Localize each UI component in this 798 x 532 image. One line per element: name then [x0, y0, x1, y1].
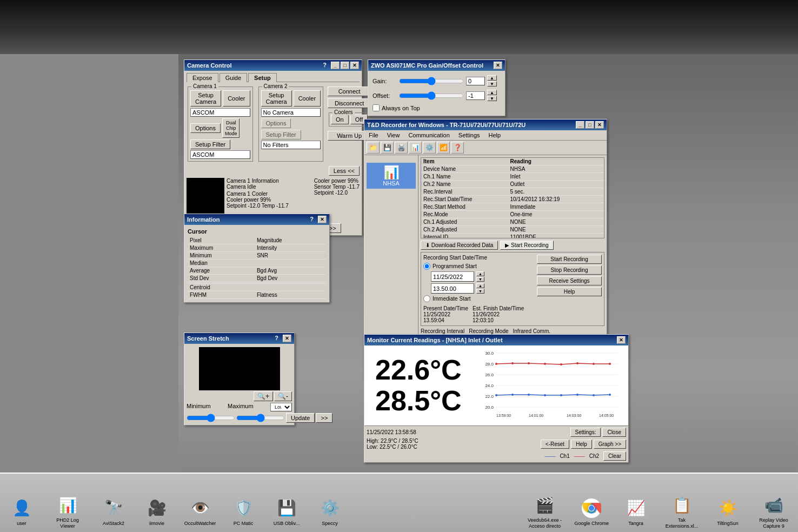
taskbar-icon-veedub[interactable]: 🎬 Veedub64.exe - Acceso directo	[526, 494, 563, 529]
menu-view[interactable]: View	[383, 131, 404, 139]
offset-up-btn[interactable]: ▲	[487, 90, 497, 95]
receive-settings-btn[interactable]: Receive Settings	[537, 276, 602, 285]
td-close-btn[interactable]: ✕	[595, 121, 604, 129]
taskbar-icon-tangra[interactable]: 📈 Tangra	[620, 497, 652, 527]
cooler2-btn[interactable]: Cooler	[294, 90, 321, 107]
setup-camera1-btn[interactable]: Setup Camera	[190, 90, 221, 107]
setup-camera2-btn[interactable]: Setup Camera	[261, 90, 292, 107]
menu-settings[interactable]: Settings	[454, 131, 484, 139]
offset-down-btn[interactable]: ▼	[487, 96, 497, 101]
dual-chip-btn[interactable]: DualChipMode	[222, 118, 240, 138]
taskbar-icon-pcmatic[interactable]: 🛡️ PC Matic	[227, 497, 260, 527]
camera-control-titlebar[interactable]: Camera Control ? _ □ ✕	[184, 60, 362, 71]
date-up-btn[interactable]: ▲	[476, 271, 484, 276]
gain-value[interactable]	[466, 77, 485, 85]
gain-up-btn[interactable]: ▲	[487, 75, 497, 81]
maximize-btn[interactable]: □	[341, 62, 349, 69]
filter2-input[interactable]	[261, 141, 321, 149]
min-slider[interactable]	[187, 414, 235, 422]
advance-btn[interactable]: >>	[316, 413, 332, 423]
menu-communication[interactable]: Communication	[404, 131, 454, 139]
coolers-on-btn[interactable]: On	[331, 115, 349, 124]
screen-stretch-titlebar[interactable]: Screen Stretch ? ✕	[184, 333, 294, 344]
offset-slider[interactable]	[399, 90, 464, 101]
ss-close-btn[interactable]: ✕	[283, 335, 291, 342]
toolbar-btn1[interactable]: 📁	[367, 142, 380, 154]
setup-filter1-btn[interactable]: Setup Filter	[190, 139, 230, 149]
setup-filter2-btn[interactable]: Setup Filter	[261, 130, 301, 139]
tab-setup[interactable]: Setup	[248, 73, 277, 82]
update-btn[interactable]: Update	[286, 413, 315, 423]
clear-btn[interactable]: Clear	[603, 451, 626, 461]
mr-close-btn[interactable]: ✕	[617, 336, 626, 344]
device-nhsa[interactable]: 📊 NHSA	[367, 163, 416, 189]
minimize-btn[interactable]: _	[331, 62, 340, 69]
tab-expose[interactable]: Expose	[187, 73, 218, 82]
toolbar-btn7[interactable]: ❓	[451, 142, 464, 154]
td-data-table[interactable]: Item Reading Device NameNHSACh.1 NameInl…	[421, 157, 604, 238]
taskbar-icon-tilting[interactable]: ☀️ TiltingSun	[711, 497, 744, 527]
td-maximize-btn[interactable]: □	[586, 121, 594, 129]
immediate-start-input[interactable]	[423, 295, 430, 302]
gain-slider[interactable]	[399, 76, 464, 87]
always-on-top-checkbox[interactable]	[373, 104, 380, 111]
immediate-start-radio[interactable]: Immediate Start	[423, 295, 533, 302]
disconnect-btn[interactable]: Disconnect	[328, 98, 371, 108]
monitor-readings-titlebar[interactable]: Monitor Current Readings - [NHSA] Inlet …	[364, 335, 628, 345]
date-down-btn[interactable]: ▼	[476, 277, 484, 282]
programmed-start-radio[interactable]: Programmed Start	[423, 263, 533, 270]
less-btn[interactable]: Less <<	[329, 166, 360, 176]
td-recorder-titlebar[interactable]: T&D Recorder for Windows - TR-71Ui/72Ui/…	[364, 119, 607, 130]
options1-btn[interactable]: Options	[190, 123, 221, 133]
taskbar-icon-usb[interactable]: 💾 USB Obliv...	[270, 497, 303, 527]
camera2-input[interactable]	[261, 108, 321, 117]
graph-btn[interactable]: Graph >>	[594, 440, 626, 449]
taskbar-icon-iimovie[interactable]: 🎥 iimovie	[141, 497, 173, 527]
time-up-btn[interactable]: ▲	[476, 283, 484, 288]
reset-btn[interactable]: <-Reset	[541, 440, 569, 449]
date-input[interactable]	[431, 271, 474, 282]
zwo-close-btn[interactable]: ✕	[494, 62, 502, 69]
information-titlebar[interactable]: Information ? ✕	[184, 214, 329, 225]
offset-value[interactable]	[466, 91, 485, 100]
zoom-out-btn[interactable]: 🔍-	[274, 391, 292, 401]
monitor-close-btn[interactable]: Close	[602, 428, 626, 437]
toolbar-btn5[interactable]: ⚙️	[423, 142, 436, 154]
menu-help[interactable]: Help	[484, 131, 506, 139]
toolbar-btn4[interactable]: 📊	[409, 142, 422, 154]
settings-btn[interactable]: Settings:	[570, 428, 601, 437]
td-minimize-btn[interactable]: _	[576, 121, 584, 129]
rec-help-btn[interactable]: Help	[537, 287, 602, 296]
zoom-in-btn[interactable]: 🔍+	[254, 391, 273, 401]
filter1-input[interactable]	[190, 150, 250, 159]
low-select[interactable]: Low	[270, 403, 292, 411]
max-slider[interactable]	[236, 414, 285, 422]
toolbar-btn6[interactable]: 📶	[437, 142, 450, 154]
taskbar-icon-replay[interactable]: 📹 Replay Video Capture 9	[755, 494, 793, 529]
zwo-asi-titlebar[interactable]: ZWO ASI071MC Pro Gain/Offset Control ✕	[368, 60, 505, 71]
connect-btn[interactable]: Connect	[328, 87, 371, 96]
taskbar-icon-speccy[interactable]: ⚙️ Speccy	[314, 497, 346, 527]
taskbar-icon-user[interactable]: 👤 user	[5, 497, 38, 527]
start-recording-btn[interactable]: ▶ Start Recording	[500, 241, 553, 250]
download-btn[interactable]: ⬇ Download Recorded Data	[421, 241, 498, 250]
tab-guide[interactable]: Guide	[220, 73, 247, 82]
taskbar-icon-avistack[interactable]: 🔭 AviStack2	[97, 497, 130, 527]
toolbar-btn2[interactable]: 💾	[381, 142, 394, 154]
taskbar-icon-tak[interactable]: 📋 Tak Extensions.xl...	[663, 494, 701, 529]
camera1-ascom-input[interactable]	[190, 108, 250, 117]
time-down-btn[interactable]: ▼	[476, 289, 484, 294]
monitor-help-btn[interactable]: Help	[571, 440, 592, 449]
stop-recording-btn[interactable]: Stop Recording	[537, 265, 602, 275]
taskbar-icon-phd2[interactable]: 📊 PHD2 Log Viewer	[49, 494, 87, 529]
menu-file[interactable]: File	[364, 131, 383, 139]
cooler1-btn[interactable]: Cooler	[223, 90, 250, 107]
gain-down-btn[interactable]: ▼	[487, 81, 497, 87]
close-btn[interactable]: ✕	[350, 62, 359, 69]
time-input[interactable]	[431, 283, 474, 294]
programmed-start-input[interactable]	[423, 263, 430, 270]
toolbar-btn3[interactable]: 🖨️	[395, 142, 408, 154]
info-close-btn[interactable]: ✕	[318, 216, 327, 223]
start-recording-btn2[interactable]: Start Recording	[537, 255, 602, 264]
taskbar-icon-occult[interactable]: 👁️ OccultWatcher	[184, 497, 216, 527]
